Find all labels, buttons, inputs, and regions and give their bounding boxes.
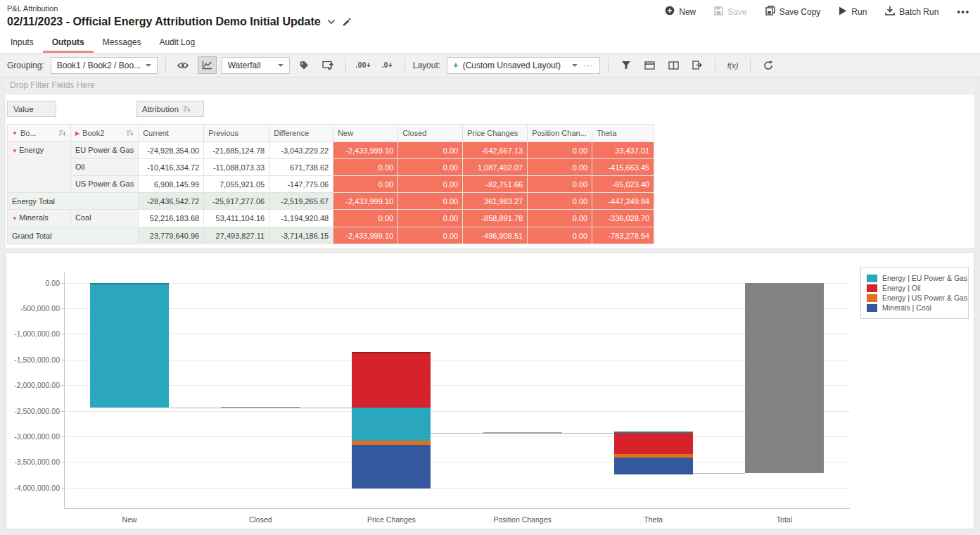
tab-audit-log[interactable]: Audit Log: [150, 33, 204, 53]
pivot-total-label[interactable]: Grand Total: [8, 227, 139, 244]
collapse-icon[interactable]: ▼: [12, 148, 19, 154]
save-button[interactable]: Save: [714, 6, 746, 18]
pivot-value-cell[interactable]: -642,667.13: [463, 142, 528, 159]
pivot-value-cell[interactable]: -147,775.06: [269, 176, 333, 193]
pivot-value-cell[interactable]: -10,416,334.72: [139, 159, 204, 176]
pivot-value-cell[interactable]: -783,278.54: [592, 227, 654, 244]
pivot-value-cell[interactable]: -2,433,999.10: [333, 227, 398, 244]
waterfall-bar-segment[interactable]: [352, 352, 431, 408]
waterfall-total-bar[interactable]: [745, 283, 824, 473]
filter-icon[interactable]: [616, 56, 635, 74]
pivot-row-field-header[interactable]: ▼Bo...: [8, 125, 71, 142]
pivot-column-header[interactable]: Current: [139, 125, 204, 142]
tab-inputs[interactable]: Inputs: [1, 33, 43, 53]
pivot-value-cell[interactable]: 671,738.62: [269, 159, 333, 176]
pivot-value-cell[interactable]: 52,216,183.68: [139, 210, 204, 227]
edit-title-pencil-icon[interactable]: [342, 18, 351, 27]
pivot-value-cell[interactable]: 361,983.27: [463, 193, 528, 210]
send-to-chart-icon[interactable]: [319, 56, 338, 74]
value-field-chip[interactable]: Value: [7, 101, 56, 117]
pivot-value-cell[interactable]: 0.00: [398, 227, 463, 244]
waterfall-bar-segment[interactable]: [90, 283, 169, 408]
pivot-value-cell[interactable]: 0.00: [333, 176, 398, 193]
pivot-row-label[interactable]: Oil: [71, 159, 139, 176]
chart-type-select[interactable]: Waterfall: [222, 57, 290, 74]
pivot-column-header[interactable]: Price Changes: [463, 125, 528, 142]
pivot-row-field-header[interactable]: ▶Book2: [71, 125, 139, 142]
pivot-row-label[interactable]: ▼ Minerals: [8, 210, 71, 227]
pivot-value-cell[interactable]: -1,194,920.48: [269, 210, 333, 227]
formula-fx-icon[interactable]: f(x): [723, 56, 742, 74]
pivot-value-cell[interactable]: -2,433,999.10: [333, 193, 398, 210]
pivot-value-cell[interactable]: 53,411,104.16: [204, 210, 269, 227]
new-button[interactable]: New: [665, 6, 696, 18]
waterfall-bar-segment[interactable]: [352, 408, 431, 441]
legend-item[interactable]: Energy | US Power & Gas: [867, 294, 962, 302]
pivot-value-cell[interactable]: 0.00: [528, 210, 592, 227]
tab-messages[interactable]: Messages: [94, 33, 151, 53]
pivot-column-header[interactable]: Previous: [204, 125, 269, 142]
export-icon[interactable]: [688, 56, 707, 74]
pivot-value-cell[interactable]: 6,908,145.99: [139, 176, 204, 193]
pivot-value-cell[interactable]: -21,885,124.78: [204, 142, 269, 159]
decrease-decimal-icon[interactable]: .0: [378, 56, 397, 74]
pivot-value-cell[interactable]: 23,779,640.96: [139, 227, 204, 244]
save-copy-button[interactable]: Save Copy: [765, 6, 821, 18]
batch-run-button[interactable]: Batch Run: [885, 6, 938, 18]
pivot-column-header[interactable]: Closed: [398, 125, 463, 142]
tab-outputs[interactable]: Outputs: [43, 33, 94, 53]
grouping-select[interactable]: Book1 / Book2 / Boo...: [51, 57, 158, 74]
add-layout-icon[interactable]: +: [453, 60, 459, 70]
pivot-value-cell[interactable]: -496,908.51: [463, 227, 528, 244]
pivot-value-cell[interactable]: -25,917,277.06: [204, 193, 269, 210]
pivot-value-cell[interactable]: 0.00: [398, 193, 463, 210]
pivot-value-cell[interactable]: 0.00: [528, 176, 592, 193]
pivot-value-cell[interactable]: 1,087,402.07: [463, 159, 528, 176]
pivot-value-cell[interactable]: -2,433,999.10: [333, 142, 398, 159]
waterfall-bar-segment[interactable]: [614, 433, 693, 454]
pivot-row-label[interactable]: Coal: [71, 210, 139, 227]
pivot-value-cell[interactable]: -2,519,265.67: [269, 193, 333, 210]
waterfall-bar-segment[interactable]: [614, 458, 693, 474]
waterfall-zero-bar[interactable]: [221, 407, 300, 408]
pivot-value-cell[interactable]: 0.00: [398, 176, 463, 193]
pivot-value-cell[interactable]: -3,714,186.15: [269, 227, 333, 244]
pivot-total-label[interactable]: Energy Total: [8, 193, 139, 210]
pivot-value-cell[interactable]: 33,437.01: [592, 142, 654, 159]
pivot-column-header[interactable]: Theta: [592, 125, 654, 142]
pivot-value-cell[interactable]: -28,436,542.72: [139, 193, 204, 210]
columns-icon[interactable]: [664, 56, 683, 74]
chart-view-icon[interactable]: [198, 56, 217, 74]
pivot-column-header[interactable]: New: [333, 125, 398, 142]
pivot-value-cell[interactable]: -415,663.45: [592, 159, 654, 176]
pivot-value-cell[interactable]: -447,249.84: [592, 193, 654, 210]
expand-icon[interactable]: ▶: [75, 130, 79, 137]
pivot-value-cell[interactable]: 0.00: [528, 142, 592, 159]
legend-item[interactable]: Energy | Oil: [867, 284, 962, 292]
pivot-value-cell[interactable]: 0.00: [398, 142, 463, 159]
title-chevron-down-icon[interactable]: [327, 19, 336, 25]
pivot-value-cell[interactable]: -3,043,229.22: [269, 142, 333, 159]
preview-eye-icon[interactable]: [174, 56, 193, 74]
pivot-value-cell[interactable]: 0.00: [333, 210, 398, 227]
more-options-button[interactable]: •••: [957, 7, 970, 17]
pivot-value-cell[interactable]: 7,055,921.05: [204, 176, 269, 193]
run-button[interactable]: Run: [839, 6, 867, 18]
collapse-icon[interactable]: ▼: [12, 130, 18, 137]
window-panel-icon[interactable]: [640, 56, 659, 74]
attribution-field-chip[interactable]: Attribution: [136, 101, 204, 117]
layout-menu-icon[interactable]: ···: [583, 61, 594, 70]
pivot-value-cell[interactable]: 0.00: [528, 159, 592, 176]
pivot-value-cell[interactable]: -336,028.70: [592, 210, 654, 227]
waterfall-bar-segment[interactable]: [352, 445, 431, 489]
increase-decimal-icon[interactable]: .00: [354, 56, 373, 74]
collapse-icon[interactable]: ▼: [12, 215, 19, 222]
waterfall-zero-bar[interactable]: [483, 432, 562, 434]
pivot-value-cell[interactable]: 27,493,827.11: [204, 227, 269, 244]
pivot-value-cell[interactable]: -65,023.40: [592, 176, 654, 193]
pivot-value-cell[interactable]: -24,928,354.00: [139, 142, 204, 159]
pivot-value-cell[interactable]: 0.00: [398, 210, 463, 227]
filter-drop-zone[interactable]: Drop Filter Fields Here: [6, 77, 974, 94]
pivot-value-cell[interactable]: 0.00: [528, 193, 592, 210]
pivot-column-header[interactable]: Difference: [269, 125, 333, 142]
